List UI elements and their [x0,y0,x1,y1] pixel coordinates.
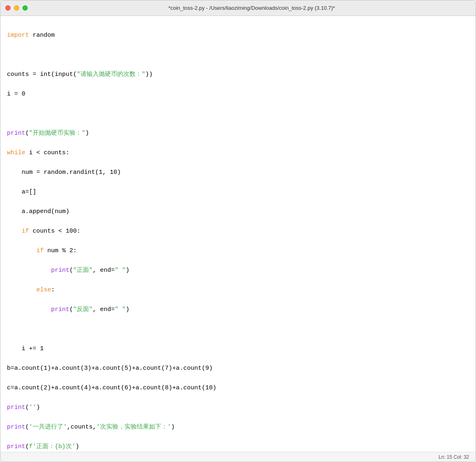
code-line-11: print("正面", end=" ") [7,266,469,275]
code-line-1: import random [7,31,469,40]
editor-window: *coin_toss-2.py - /Users/liaoziming/Down… [0,0,476,462]
code-line-18: print('一共进行了',counts,'次实验，实验结果如下：') [7,422,469,432]
status-bar: Ln: 15 Col: 32 [0,452,476,462]
code-line-16: c=a.count(2)+a.count(4)+a.count(6)+a.cou… [7,383,469,393]
code-line-4: print("开始抛硬币实验：") [7,129,469,138]
close-button[interactable] [5,5,11,11]
code-line-blank3 [7,324,469,334]
code-line-5: while i < counts: [7,148,469,158]
code-line-9: if counts < 100: [7,227,469,236]
code-line-19: print(f'正面：{b}次') [7,442,469,452]
code-line-14: i += 1 [7,344,469,354]
code-line-blank2 [7,109,469,119]
code-line-12: else: [7,285,469,295]
code-line-2: counts = int(input("请输入抛硬币的次数：")) [7,70,469,80]
window-title: *coin_toss-2.py - /Users/liaoziming/Down… [33,5,471,11]
code-line-10: if num % 2: [7,246,469,256]
traffic-lights [5,5,28,11]
cursor-position: Ln: 15 Col: 32 [438,454,469,460]
code-line-17: print('') [7,403,469,413]
code-content: import random counts = int(input("请输入抛硬币… [7,21,469,452]
code-line-13: print("反面", end=" ") [7,305,469,315]
code-line-7: a=[] [7,187,469,197]
code-line-6: num = random.randint(1, 10) [7,168,469,178]
code-line-3: i = 0 [7,89,469,99]
title-bar: *coin_toss-2.py - /Users/liaoziming/Down… [0,0,476,16]
code-line-blank1 [7,50,469,60]
code-line-8: a.append(num) [7,207,469,217]
code-editor[interactable]: import random counts = int(input("请输入抛硬币… [0,16,476,452]
maximize-button[interactable] [22,5,28,11]
code-line-15: b=a.count(1)+a.count(3)+a.count(5)+a.cou… [7,364,469,373]
minimize-button[interactable] [14,5,19,11]
